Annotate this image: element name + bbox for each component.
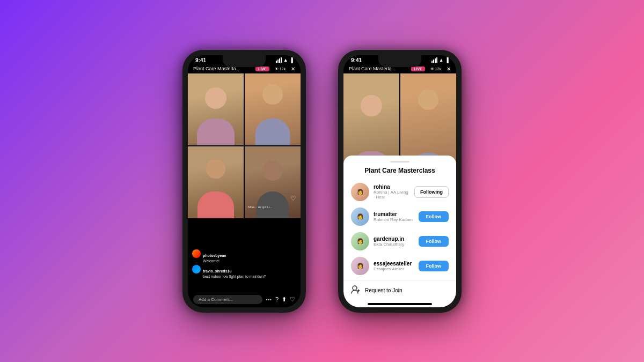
live-badge-area-right: LIVE 👁 12k ✕	[411, 66, 451, 72]
subtitle-essajees: Essajees Atelier	[374, 267, 414, 271]
live-badge-area-left: LIVE 👁 12k ✕	[255, 66, 295, 72]
participant-row-trumatter: 👩 trumatter Rukmini Ray Kadam Follow	[343, 204, 456, 229]
viewer-icon: 👁	[275, 67, 279, 71]
viewer-count-left: 👁 12k	[272, 67, 288, 71]
live-caption: Miss... us go Li...	[248, 205, 272, 209]
live-badge-left: LIVE	[255, 67, 269, 71]
time-left: 9:41	[195, 57, 206, 63]
comment-avatar-1	[192, 249, 201, 258]
video-cell-1	[188, 73, 244, 145]
signal-icon-right	[431, 57, 437, 63]
username-essajees: essajeesatelier	[374, 261, 414, 267]
comment-input[interactable]: Add a Comment...	[193, 295, 262, 304]
video-cell-2	[245, 73, 301, 145]
follow-button-gardenup[interactable]: Follow	[419, 236, 449, 247]
battery-icon: ▐	[290, 57, 293, 63]
comment-username-1: photosbyean	[203, 254, 226, 257]
close-button-right[interactable]: ✕	[447, 66, 451, 72]
bottom-bar-left: Add a Comment... ••• ? ⬆ ♡	[188, 292, 301, 307]
participant-row-essajees: 👩 essajeesatelier Essajees Atelier Follo…	[343, 254, 456, 278]
participant-row-rohina: 👩 rohina Rohina | AA Living · Host Follo…	[343, 180, 456, 204]
request-join-text[interactable]: Request to Join	[365, 287, 402, 293]
sheet-title: Plant Care Masterclass	[343, 167, 456, 174]
username-gardenup: gardenup.in	[374, 236, 414, 242]
video-cell-3	[188, 146, 244, 218]
time-right: 9:41	[351, 57, 362, 63]
heart-icon-grid: ♡	[290, 195, 296, 202]
notch-left	[223, 55, 266, 67]
close-button-left[interactable]: ✕	[291, 66, 295, 72]
following-button-rohina[interactable]: Following	[414, 186, 449, 198]
comment-username-2: travis_shreds18	[203, 269, 231, 273]
info-rohina: rohina Rohina | AA Living · Host	[374, 184, 410, 200]
username-rohina: rohina	[374, 184, 410, 190]
more-button[interactable]: •••	[266, 297, 272, 302]
comment-msg-1: Welcome!	[203, 259, 226, 263]
follow-button-essajees[interactable]: Follow	[419, 261, 449, 271]
phone-right: 9:41 ▲ ▐ Plant Care Masterla... LIVE 👁 1…	[338, 50, 462, 313]
comment-item-2: travis_shreds18 best indoor low light pl…	[192, 265, 296, 278]
subtitle-trumatter: Rukmini Ray Kadam	[374, 217, 414, 222]
info-essajees: essajeesatelier Essajees Atelier	[374, 261, 414, 271]
request-join-row[interactable]: Request to Join	[343, 280, 456, 300]
phone-left: 9:41 ▲ ▐ Plant Care Masterla... LIVE 👁 1…	[182, 50, 306, 313]
signal-icon	[276, 57, 282, 63]
comment-msg-2: best indoor low light plan to maintain?	[203, 275, 266, 278]
svg-point-0	[353, 286, 357, 290]
info-trumatter: trumatter Rukmini Ray Kadam	[374, 211, 414, 222]
bottom-sheet: Plant Care Masterclass 👩 rohina Rohina |…	[343, 156, 456, 307]
username-trumatter: trumatter	[374, 211, 414, 217]
wifi-icon-right: ▲	[439, 57, 444, 63]
comment-item-1: photosbyean Welcome!	[192, 249, 296, 263]
info-gardenup: gardenup.in Ekta Chaudhary	[374, 236, 414, 247]
live-title-left: Plant Care Masterla...	[193, 66, 240, 71]
avatar-essajees: 👩	[351, 257, 369, 275]
phone-left-screen: 9:41 ▲ ▐ Plant Care Masterla... LIVE 👁 1…	[188, 55, 301, 307]
video-grid-left: Miss... us go Li... ♡	[188, 73, 301, 218]
battery-icon-right: ▐	[445, 57, 449, 63]
comment-overlay: photosbyean Welcome! travis_shreds18 bes…	[192, 249, 296, 280]
heart-icon-bottom[interactable]: ♡	[290, 296, 295, 303]
send-icon[interactable]: ⬆	[282, 296, 287, 303]
question-icon[interactable]: ?	[275, 296, 279, 302]
avatar-rohina: 👩	[351, 183, 369, 201]
live-title-right: Plant Care Masterla...	[349, 66, 396, 71]
video-cell-4: Miss... us go Li... ♡	[245, 146, 301, 218]
subtitle-rohina: Rohina | AA Living · Host	[374, 190, 410, 200]
request-join-icon	[351, 285, 361, 295]
avatar-trumatter: 👩	[351, 208, 369, 226]
viewer-count-right: 👁 12k	[428, 67, 444, 71]
follow-button-trumatter[interactable]: Follow	[419, 211, 449, 222]
subtitle-gardenup: Ekta Chaudhary	[374, 242, 414, 247]
wifi-icon: ▲	[283, 57, 288, 63]
comment-avatar-2	[192, 265, 201, 274]
home-indicator-right	[368, 303, 432, 305]
notch-right	[378, 55, 421, 67]
sheet-handle	[390, 161, 409, 162]
status-icons-right: ▲ ▐	[431, 57, 449, 63]
avatar-gardenup: 👩	[351, 232, 369, 250]
viewer-icon-right: 👁	[430, 67, 434, 71]
participant-row-gardenup: 👩 gardenup.in Ekta Chaudhary Follow	[343, 229, 456, 254]
live-badge-right: LIVE	[411, 67, 425, 71]
status-icons-left: ▲ ▐	[276, 57, 293, 63]
phone-right-screen: 9:41 ▲ ▐ Plant Care Masterla... LIVE 👁 1…	[343, 55, 456, 307]
